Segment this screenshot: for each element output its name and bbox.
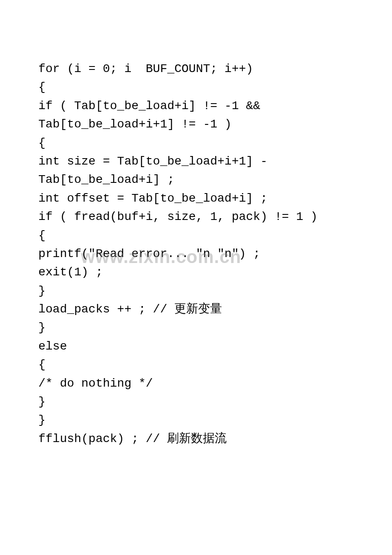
- code-line: int size = Tab[to_be_load+i+1] - Tab[to_…: [38, 152, 354, 189]
- code-line: {: [38, 356, 354, 374]
- code-line: exit(1) ;: [38, 263, 354, 281]
- code-line: }: [38, 318, 354, 337]
- code-line: if ( Tab[to_be_load+i] != -1 && Tab[to_b…: [38, 97, 354, 134]
- code-line: }: [38, 282, 354, 300]
- code-line: }: [38, 411, 354, 429]
- code-line: {: [38, 78, 354, 96]
- document-page: www.zixin.com.cn for (i = 0; i BUF_COUNT…: [0, 0, 392, 448]
- code-line: for (i = 0; i BUF_COUNT; i++): [38, 60, 354, 78]
- code-line: }: [38, 393, 354, 411]
- code-line: {: [38, 226, 354, 245]
- code-line: if ( fread(buf+i, size, 1, pack) != 1 ): [38, 208, 354, 226]
- code-line: printf("Read error... "n "n") ;: [38, 245, 354, 263]
- code-line: load_packs ++ ; // 更新变量: [38, 300, 354, 318]
- code-line: int offset = Tab[to_be_load+i] ;: [38, 189, 354, 208]
- code-line: /* do nothing */: [38, 374, 354, 393]
- code-line: fflush(pack) ; // 刷新数据流: [38, 430, 354, 448]
- code-line: {: [38, 134, 354, 152]
- code-line: else: [38, 337, 354, 356]
